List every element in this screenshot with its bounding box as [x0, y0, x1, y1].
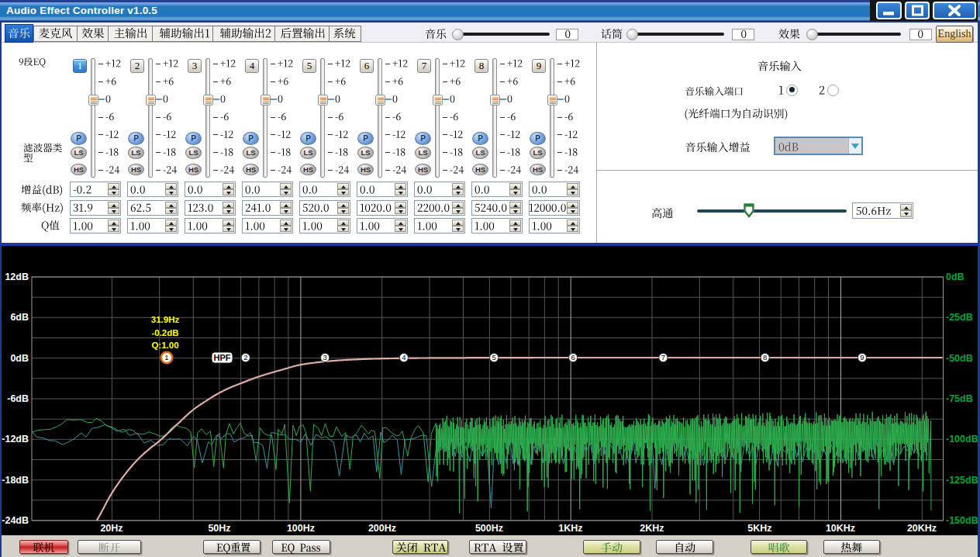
svg-text:1: 1 [164, 353, 168, 362]
svg-text:20KHz: 20KHz [907, 523, 937, 534]
svg-text:1KHz: 1KHz [558, 523, 582, 534]
svg-text:-150dB: -150dB [946, 515, 978, 526]
svg-text:5KHz: 5KHz [747, 523, 771, 534]
svg-text:0dB: 0dB [946, 272, 964, 282]
svg-text:500Hz: 500Hz [475, 523, 503, 534]
svg-text:31.9Hz: 31.9Hz [151, 315, 180, 324]
svg-text:8: 8 [763, 353, 767, 362]
svg-text:-24dB: -24dB [2, 515, 29, 526]
svg-text:200Hz: 200Hz [368, 523, 396, 534]
svg-text:7: 7 [661, 353, 665, 362]
svg-text:4: 4 [402, 353, 405, 362]
svg-text:0dB: 0dB [10, 353, 29, 364]
svg-text:12dB: 12dB [5, 272, 29, 282]
svg-text:HPF: HPF [214, 353, 231, 362]
svg-text:3: 3 [323, 353, 327, 362]
svg-text:Q:1.00: Q:1.00 [151, 341, 178, 350]
svg-text:-125dB: -125dB [946, 475, 978, 486]
svg-text:10KHz: 10KHz [826, 523, 855, 534]
svg-text:6dB: 6dB [10, 312, 29, 323]
svg-text:6: 6 [571, 353, 575, 362]
svg-text:-25dB: -25dB [946, 312, 973, 323]
svg-text:2: 2 [243, 353, 247, 362]
svg-text:2KHz: 2KHz [640, 523, 664, 534]
svg-text:5: 5 [492, 353, 496, 362]
svg-text:-0.2dB: -0.2dB [151, 328, 178, 337]
svg-text:20Hz: 20Hz [100, 523, 122, 534]
svg-text:-100dB: -100dB [946, 434, 978, 445]
svg-text:9: 9 [860, 353, 864, 362]
svg-text:-12dB: -12dB [2, 434, 29, 445]
svg-text:100Hz: 100Hz [287, 523, 315, 534]
svg-text:-18dB: -18dB [2, 475, 29, 486]
svg-text:-75dB: -75dB [946, 393, 973, 404]
svg-text:-6dB: -6dB [7, 393, 29, 404]
svg-text:50Hz: 50Hz [208, 523, 230, 534]
svg-text:-50dB: -50dB [946, 353, 973, 364]
